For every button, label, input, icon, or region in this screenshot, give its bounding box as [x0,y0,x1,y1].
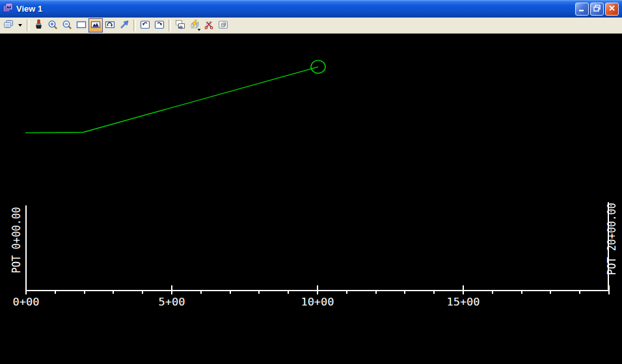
paintbrush-icon [33,20,44,32]
view-previous-button[interactable] [138,18,152,32]
zoom-out-icon [62,20,72,32]
chevron-down-icon [198,29,201,31]
zoom-in-icon [47,20,58,32]
update-view-button[interactable] [31,18,46,32]
view-attributes-button[interactable] [1,18,16,32]
close-button[interactable] [605,3,619,16]
titlebar[interactable]: View 1 [0,0,622,18]
view-toolbar [0,18,622,34]
station-label[interactable]: 0+00 [13,296,40,308]
toolbar-separator [169,20,171,31]
view-next-button[interactable] [152,18,167,32]
pot-station-label[interactable]: POT 0+00.00 [10,207,23,273]
fit-view-button[interactable] [88,18,103,32]
rotate-view-icon [105,20,115,32]
render-mode-button[interactable] [216,18,230,32]
view-previous-icon [140,20,150,32]
view-canvas-svg[interactable]: 0+005+0010+0015+00POT 0+00.00POT 20+00.0… [0,34,622,364]
copy-view-icon [175,20,185,32]
clip-volume-button[interactable] [187,18,202,32]
restore-button[interactable] [590,3,604,16]
chevron-down-icon [18,24,22,27]
zoom-in-button[interactable] [46,18,60,32]
view-canvas[interactable]: 0+005+0010+0015+00POT 0+00.00POT 20+00.0… [0,34,622,364]
render-cube-icon [218,20,228,32]
view-attributes-icon [3,20,14,32]
copy-view-button[interactable] [173,18,187,32]
view-attributes-dropdown-button[interactable] [16,18,25,32]
minimize-icon [578,4,586,14]
toolbar-separator [133,20,136,31]
window-title: View 1 [16,4,575,14]
close-icon [608,4,616,14]
pan-arrow-icon [119,20,129,32]
view-next-icon [154,20,165,32]
zoom-out-button[interactable] [60,18,74,32]
clip-mask-button[interactable] [202,18,216,32]
window-area-icon [76,20,87,32]
fit-view-icon [90,20,101,32]
profile-polyline[interactable] [25,67,318,133]
minimize-button[interactable] [575,3,589,16]
station-label[interactable]: 10+00 [301,296,334,308]
window-controls [575,3,619,16]
toolbar-separator [27,20,29,31]
clip-mask-icon [204,20,214,32]
pot-station-label[interactable]: POT 20+00.00 [605,203,618,275]
rotate-view-button[interactable] [103,18,117,32]
window-area-button[interactable] [74,18,88,32]
restore-icon [593,4,601,14]
station-label[interactable]: 5+00 [159,296,185,308]
microstation-view-icon [3,3,13,16]
pan-view-button[interactable] [117,18,131,32]
view-window: View 1 [0,0,622,364]
station-label[interactable]: 15+00 [446,296,480,308]
